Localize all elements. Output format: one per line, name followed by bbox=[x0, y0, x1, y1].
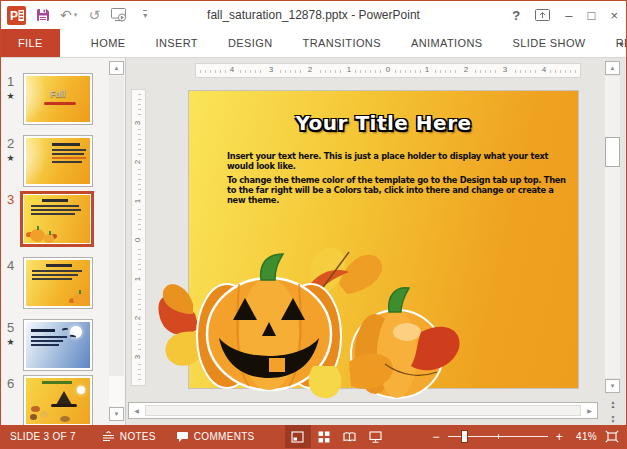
thumbnail-art bbox=[26, 260, 90, 306]
save-icon bbox=[36, 8, 50, 22]
fit-slide-to-window-button[interactable] bbox=[605, 430, 619, 443]
reading-view-icon bbox=[343, 431, 356, 443]
minimize-button[interactable]: – bbox=[565, 9, 572, 22]
animation-star-icon: ★ bbox=[4, 91, 17, 101]
horizontal-scrollbar-thumb[interactable] bbox=[145, 405, 581, 416]
slide-thumbnail-6[interactable]: 6 bbox=[1, 375, 126, 425]
redo-button[interactable]: ↺ bbox=[86, 4, 102, 26]
tab-slideshow[interactable]: SLIDE SHOW bbox=[498, 29, 601, 57]
slide-thumbnail-5[interactable]: 5 ★ bbox=[1, 319, 126, 377]
moon-graphic bbox=[77, 386, 85, 394]
zoom-slider-thumb[interactable] bbox=[461, 430, 468, 443]
notes-button[interactable]: NOTES bbox=[102, 431, 156, 443]
vertical-scrollbar-down-button[interactable]: ▼ bbox=[605, 379, 620, 393]
zoom-in-button[interactable]: + bbox=[556, 431, 563, 443]
tab-transitions[interactable]: TRANSITIONS bbox=[288, 29, 396, 57]
undo-button[interactable]: ↶ ▾ bbox=[60, 4, 77, 26]
maximize-button[interactable]: □ bbox=[588, 9, 596, 22]
slide-number: 3 bbox=[3, 192, 18, 207]
comments-button[interactable]: COMMENTS bbox=[176, 431, 255, 443]
thumbnail-frame[interactable]: Fall bbox=[23, 73, 93, 125]
tab-design[interactable]: DESIGN bbox=[213, 29, 288, 57]
tab-insert[interactable]: INSERT bbox=[140, 29, 213, 57]
ruler-number: 3 bbox=[133, 351, 145, 363]
slide-indicator: SLIDE 3 OF 7 bbox=[10, 431, 76, 442]
close-button[interactable]: × bbox=[610, 9, 618, 22]
ruler-number: 1 bbox=[421, 65, 433, 74]
ribbon-display-options-button[interactable] bbox=[535, 9, 550, 21]
ruler-number: 1 bbox=[343, 65, 355, 74]
ruler-number: 2 bbox=[133, 156, 145, 168]
slide-thumbnail-3-selected[interactable]: 3 bbox=[1, 191, 126, 249]
zoom-level[interactable]: 41% bbox=[571, 431, 597, 442]
ruler-number: 2 bbox=[304, 65, 316, 74]
thumbnail-scrollbar-thumb[interactable] bbox=[109, 76, 124, 376]
ruler-number: 3 bbox=[265, 65, 277, 74]
slide-thumbnail-4[interactable]: 4 bbox=[1, 257, 126, 315]
comments-icon bbox=[176, 431, 189, 443]
previous-slide-button[interactable]: ▲ bbox=[605, 399, 621, 412]
slide-number: 6 bbox=[3, 376, 18, 391]
redo-icon: ↺ bbox=[88, 8, 100, 22]
notes-label: NOTES bbox=[120, 431, 156, 442]
save-button[interactable] bbox=[35, 4, 51, 26]
slide-number: 2 bbox=[3, 136, 18, 151]
thumbnail-frame[interactable] bbox=[20, 191, 94, 247]
powerpoint-window: P ↶ ▾ bbox=[0, 0, 627, 449]
slide-sorter-view-button[interactable] bbox=[311, 425, 337, 448]
thumbnail-scrollbar-up-button[interactable]: ▲ bbox=[109, 61, 124, 75]
tab-file[interactable]: FILE bbox=[1, 29, 60, 57]
scroll-up-icon: ▲ bbox=[114, 65, 120, 71]
zoom-out-button[interactable]: − bbox=[432, 431, 439, 443]
help-button[interactable]: ? bbox=[512, 9, 520, 22]
vertical-scrollbar-thumb[interactable] bbox=[605, 137, 620, 167]
slide-thumbnail-2[interactable]: 2 ★ bbox=[1, 135, 126, 193]
jack-o-lantern-graphic[interactable] bbox=[153, 244, 475, 404]
ruler-number: 0 bbox=[382, 65, 394, 74]
tab-home[interactable]: HOME bbox=[76, 29, 141, 57]
zoom-controls: − + 41% bbox=[432, 430, 626, 443]
zoom-slider[interactable] bbox=[448, 430, 548, 443]
thumbnail-frame[interactable] bbox=[23, 375, 93, 425]
slide-number: 4 bbox=[3, 258, 18, 273]
slideshow-view-button[interactable] bbox=[363, 425, 389, 448]
scroll-left-button[interactable]: ◀ bbox=[129, 403, 144, 418]
normal-view-button[interactable] bbox=[285, 425, 311, 448]
notes-icon bbox=[102, 431, 115, 443]
ribbon-display-options-icon bbox=[535, 9, 550, 21]
fit-to-window-icon bbox=[605, 430, 619, 443]
slide-body-textbox[interactable]: Insert your text here. This is just a pl… bbox=[227, 151, 569, 205]
chevron-down-icon[interactable]: ▾ bbox=[74, 11, 78, 19]
slide-number: 5 bbox=[3, 320, 18, 335]
tab-scroll-right-icon[interactable]: ▸ bbox=[620, 39, 624, 48]
ribbon-tabs: FILE HOME INSERT DESIGN TRANSITIONS ANIM… bbox=[1, 29, 626, 58]
thumbnail-art bbox=[26, 322, 90, 368]
thumbnail-scrollbar-down-button[interactable]: ▼ bbox=[109, 407, 124, 421]
horizontal-scrollbar[interactable]: ◀ ▶ bbox=[128, 402, 598, 419]
slideshow-icon bbox=[369, 431, 382, 443]
animation-star-icon: ★ bbox=[4, 153, 17, 163]
window-title: fall_saturation_12878.pptx - PowerPoint bbox=[121, 1, 506, 29]
body-paragraph: To change the theme color of the templat… bbox=[227, 175, 569, 205]
thumbnail-frame[interactable] bbox=[23, 135, 93, 187]
thumbnail-art bbox=[24, 195, 90, 243]
view-buttons bbox=[285, 425, 389, 448]
thumbnail-frame[interactable] bbox=[23, 257, 93, 309]
ruler-number: 1 bbox=[133, 195, 145, 207]
slide-title-textbox[interactable]: Your Title Here bbox=[189, 111, 578, 135]
animation-star-icon: ★ bbox=[4, 337, 17, 347]
vertical-scrollbar-track[interactable] bbox=[605, 76, 620, 378]
slide-thumbnail-1[interactable]: 1 ★ Fall bbox=[1, 73, 126, 131]
vertical-scrollbar-up-button[interactable]: ▲ bbox=[605, 61, 620, 75]
comments-label: COMMENTS bbox=[194, 431, 255, 442]
double-chevron-down-icon: ▼ bbox=[611, 414, 616, 420]
tab-animations[interactable]: ANIMATIONS bbox=[396, 29, 498, 57]
thumbnail-frame[interactable] bbox=[23, 319, 93, 371]
zoom-slider-detent bbox=[498, 434, 499, 439]
ruler-number: 4 bbox=[538, 65, 550, 74]
scroll-down-icon: ▼ bbox=[114, 411, 120, 417]
thumbnail-art bbox=[26, 138, 90, 184]
reading-view-button[interactable] bbox=[337, 425, 363, 448]
next-slide-button[interactable]: ▼ bbox=[605, 414, 621, 425]
scroll-right-button[interactable]: ▶ bbox=[582, 403, 597, 418]
